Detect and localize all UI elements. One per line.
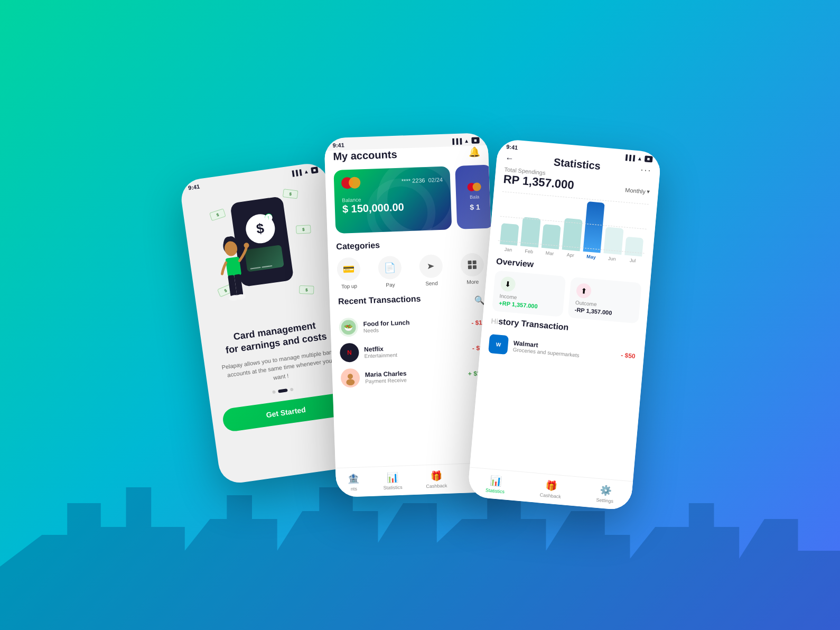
bank-card-main[interactable]: **** 2236 02/24 Balance $ 150,000.00 [333,166,452,234]
bar-jun [603,227,623,255]
get-started-button[interactable]: Get Started [221,392,350,433]
phones-container: 9:41 ▐▐▐ ▲ ■ $ $ $ $ $ $ ↑ [182,135,658,495]
transactions-header: Recent Transactions 🔍 [338,292,486,313]
svg-text:🥗: 🥗 [344,323,354,332]
accounts-title: My accounts [333,149,397,163]
balance-label: Balance [342,194,443,203]
cashback-3-label: Cashback [539,492,561,499]
bar-chart [498,191,649,257]
mini-card-label: Bala [470,194,479,200]
bank-card-secondary[interactable]: Bala $ 1 [455,165,494,229]
label-mar: Mar [540,250,558,257]
pay-icon: 📄 [378,256,402,280]
label-jul: Jul [624,257,642,264]
walmart-amount: - $50 [621,351,636,360]
overview-cards: ⬇ Income +RP 1,357.000 ⬆ Outcome -RP 1,3… [492,270,642,323]
walmart-info: Walmart Groceries and supermarkets [512,339,616,361]
money-bill-5: $ [299,285,314,294]
bar-feb-bar [520,217,540,248]
nav-stats-active[interactable]: 📊 Statistics [486,474,506,494]
stats-active-label: Statistics [486,487,505,494]
dot-1 [272,391,276,394]
bottom-nav-stats: 📊 Statistics 🎁 Cashback ⚙️ Settings [468,467,633,505]
mastercard-icon [341,177,361,189]
nav-cashback-3[interactable]: 🎁 Cashback [539,479,562,499]
label-feb: Feb [520,248,538,255]
money-bill-2: $ [209,208,226,221]
maria-avatar [340,368,360,388]
nav-accounts[interactable]: 🏦 nts [348,473,360,492]
wifi-icon: ▲ [303,168,309,174]
categories-title: Categories [336,237,483,252]
cashback-nav-icon: 🎁 [430,470,442,482]
svg-point-3 [244,243,249,248]
walmart-avatar: W [488,334,509,355]
settings-3-label: Settings [596,497,613,504]
bar-jan [500,223,519,246]
status-icons-3: ▐▐▐ ▲ ■ [623,154,652,163]
label-may: May [582,254,600,261]
outcome-icon: ⬆ [576,283,592,299]
pay-label: Pay [386,282,395,288]
topup-icon: 💳 [337,257,361,281]
svg-rect-8 [468,261,471,264]
settings-3-icon: ⚙️ [600,484,612,497]
accounts-nav-icon: 🏦 [348,473,360,485]
svg-rect-9 [472,261,476,264]
income-icon: ⬇ [500,276,516,292]
bar-feb [520,217,540,248]
mc-icon-mini [467,182,481,191]
bar-mar [542,224,561,249]
netflix-avatar: N [340,343,359,363]
money-bill-1: $ [283,189,298,199]
category-topup[interactable]: 💳 Top up [337,257,361,289]
bar-apr [562,218,583,251]
battery-3: ■ [644,155,652,162]
notification-bell[interactable]: 🔔 [468,146,480,158]
categories-section: Categories 💳 Top up 📄 Pay Send [336,237,484,290]
more-label: More [466,279,479,285]
categories-grid: 💳 Top up 📄 Pay Send [337,253,484,290]
label-jun: Jun [603,255,621,262]
battery-2: ■ [471,137,480,144]
accounts-nav-label: nts [351,486,357,491]
bar-jul-bar [624,237,643,257]
transactions-section: Recent Transactions 🔍 🥗 Food for Lunch N… [338,292,488,388]
maria-info: Maria Charles Payment Receive [365,367,463,384]
send-icon [419,254,443,279]
netflix-info: Netflix Entertainment [364,342,467,359]
time-2: 9:41 [332,142,344,149]
svg-rect-11 [473,265,477,269]
bar-may [583,201,605,253]
category-more[interactable]: More [460,253,484,285]
more-options[interactable]: ··· [640,164,652,177]
card-top: **** 2236 02/24 [341,174,443,189]
onboarding-text: Card managementfor earnings and costs Pe… [210,311,346,398]
bar-apr-bar [562,218,583,251]
dot-2 [278,388,288,393]
bar-mar-bar [542,224,561,249]
nav-settings-3[interactable]: ⚙️ Settings [596,484,614,504]
status-icons-2: ▐▐▐ ▲ ■ [451,137,480,144]
nav-cashback[interactable]: 🎁 Cashback [425,470,447,489]
bar-jun-bar [603,227,623,255]
category-send[interactable]: Send [419,254,443,286]
nav-statistics[interactable]: 📊 Statistics [383,471,403,490]
label-apr: Apr [562,252,580,258]
mini-card-amount: $ 1 [470,202,480,211]
history-section: History Transaction W Walmart Groceries … [488,316,638,370]
overview-section: Overview ⬇ Income +RP 1,357.000 ⬆ Outcom… [492,257,643,324]
back-button[interactable]: ← [505,153,515,163]
topup-label: Top up [341,283,357,290]
stats-nav-icon: 📊 [387,471,399,484]
bar-may-bar [583,201,605,253]
money-bill-3: $ [296,225,311,234]
time-1: 9:41 [188,183,200,191]
time-3: 9:41 [506,143,518,151]
cashback-nav-label: Cashback [426,483,447,489]
bar-jan-bar [500,223,519,246]
battery-icon: ■ [311,166,319,174]
transaction-netflix: N Netflix Entertainment - $10 [340,338,487,363]
category-pay[interactable]: 📄 Pay [378,256,402,288]
card-number: **** 2236 [402,177,425,184]
